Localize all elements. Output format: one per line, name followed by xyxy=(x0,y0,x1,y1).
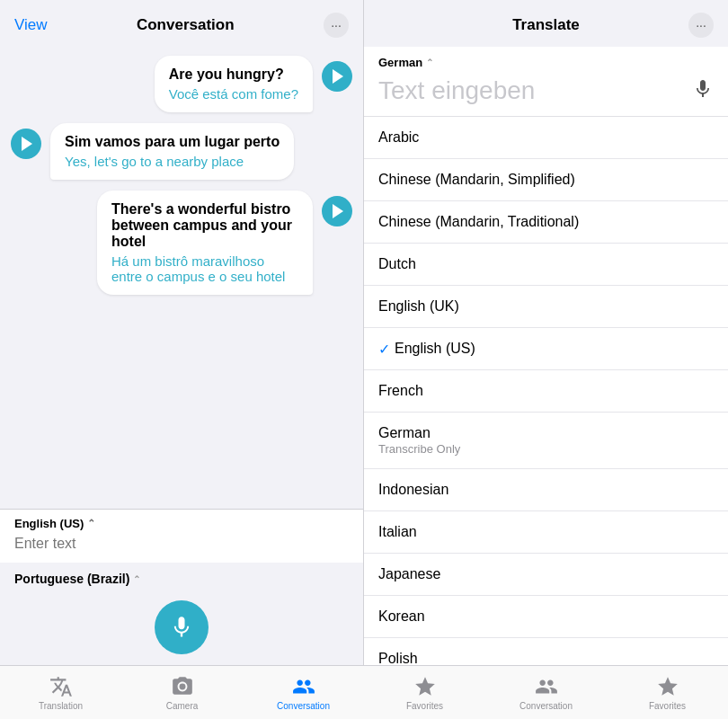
conversation-area: Are you hungry? Você está com fome? Sim … xyxy=(0,47,363,509)
mic-area xyxy=(0,595,363,665)
lang-name-german: German xyxy=(378,425,431,441)
lang-item-chinese-traditional[interactable]: Chinese (Mandarin, Traditional) xyxy=(364,201,728,244)
tab-favorites[interactable]: Favorites xyxy=(364,675,485,711)
bubble-2-translation: Yes, let's go to a nearby place xyxy=(65,154,280,169)
lang-item-italian[interactable]: Italian xyxy=(364,511,728,554)
input-lang-chevron: ⌃ xyxy=(87,518,95,529)
lang-item-indonesian[interactable]: Indonesian xyxy=(364,469,728,511)
bubble-3-original: There's a wonderful bistro between campu… xyxy=(111,201,298,250)
bubble-2-original: Sim vamos para um lugar perto xyxy=(65,134,280,150)
lang-name-polish: Polish xyxy=(378,651,418,665)
tab-translation-label: Translation xyxy=(39,701,83,711)
tab-conversation-right-label: Conversation xyxy=(519,701,573,711)
play-icon-1 xyxy=(333,69,343,84)
lang-item-dutch[interactable]: Dutch xyxy=(364,244,728,286)
left-header: View Conversation ··· xyxy=(0,0,363,47)
lang-item-korean[interactable]: Korean xyxy=(364,596,728,638)
lang-name-indonesian: Indonesian xyxy=(378,482,448,498)
bubble-box-1: Are you hungry? Você está com fome? xyxy=(155,56,313,112)
tab-conversation-label: Conversation xyxy=(277,701,330,711)
left-more-button[interactable]: ··· xyxy=(324,13,349,38)
tab-favorites-label: Favorites xyxy=(406,701,443,711)
translate-lang-chevron: ⌃ xyxy=(426,58,433,67)
bubble-box-3: There's a wonderful bistro between campu… xyxy=(97,191,313,295)
play-button-3[interactable] xyxy=(322,196,352,226)
lang-item-japanese[interactable]: Japanese xyxy=(364,554,728,596)
bottom-lang-chevron: ⌃ xyxy=(133,574,140,584)
translate-mic-icon xyxy=(692,78,714,100)
bubble-1-translation: Você está com fome? xyxy=(169,86,298,102)
lang-name-chinese-traditional: Chinese (Mandarin, Traditional) xyxy=(378,214,579,230)
left-panel: View Conversation ··· Are you hungry? Vo… xyxy=(0,0,364,665)
translate-lang-label: German xyxy=(378,56,422,69)
translate-input-row: Text eingeben xyxy=(378,76,714,105)
input-lang-selector[interactable]: English (US) ⌃ xyxy=(14,517,349,530)
translate-tab-icon xyxy=(49,675,73,698)
bubble-3-translation: Há um bistrô maravilhoso entre o campus … xyxy=(111,253,298,284)
tab-camera-label: Camera xyxy=(166,701,199,711)
lang-name-english-us: English (US) xyxy=(395,341,475,357)
translate-title: Translate xyxy=(512,16,580,34)
translate-mic-button[interactable] xyxy=(692,78,714,103)
mic-button[interactable] xyxy=(155,600,209,654)
lang-name-japanese: Japanese xyxy=(378,566,440,582)
lang-item-chinese-simplified[interactable]: Chinese (Mandarin, Simplified) xyxy=(364,159,728,201)
lang-item-polish[interactable]: Polish xyxy=(364,638,728,665)
bottom-lang-label: Portuguese (Brazil) xyxy=(14,572,129,586)
conversation-tab-icon xyxy=(292,675,315,698)
text-input-area: English (US) ⌃ xyxy=(0,509,363,563)
tab-conversation[interactable]: Conversation xyxy=(243,675,364,711)
right-more-button[interactable]: ··· xyxy=(688,13,714,38)
conversation-right-tab-icon xyxy=(535,675,558,698)
check-mark-english-us: ✓ xyxy=(378,341,390,358)
tab-favorites-right-label: Favorites xyxy=(649,701,686,711)
favorites-tab-icon xyxy=(413,675,437,698)
lang-name-dutch: Dutch xyxy=(378,256,416,272)
play-icon-2 xyxy=(22,137,32,151)
language-dropdown: ArabicChinese (Mandarin, Simplified)Chin… xyxy=(364,117,728,665)
bubble-left-2: Sim vamos para um lugar perto Yes, let's… xyxy=(11,123,316,180)
input-lang-label: English (US) xyxy=(14,517,84,530)
lang-sub-german: Transcribe Only xyxy=(378,442,460,456)
bubble-right-3: There's a wonderful bistro between campu… xyxy=(11,191,352,295)
camera-tab-icon xyxy=(171,675,194,698)
lang-name-chinese-simplified: Chinese (Mandarin, Simplified) xyxy=(378,172,575,188)
tab-conversation-right[interactable]: Conversation xyxy=(485,675,607,711)
lang-name-korean: Korean xyxy=(378,608,425,625)
tab-translation[interactable]: Translation xyxy=(0,675,121,711)
play-button-1[interactable] xyxy=(322,61,352,92)
lang-item-arabic[interactable]: Arabic xyxy=(364,117,728,159)
text-input-field[interactable] xyxy=(14,536,349,552)
conversation-title: Conversation xyxy=(137,16,235,34)
play-button-2[interactable] xyxy=(11,129,41,159)
lang-name-french: French xyxy=(378,383,423,399)
lang-name-english-uk: English (UK) xyxy=(378,298,459,315)
bottom-tabs: Translation Camera Conversation Favorite… xyxy=(0,665,728,719)
tab-camera[interactable]: Camera xyxy=(121,675,243,711)
translate-placeholder[interactable]: Text eingeben xyxy=(378,76,535,105)
lang-name-italian: Italian xyxy=(378,524,417,540)
lang-item-german[interactable]: GermanTranscribe Only xyxy=(364,413,728,469)
lang-item-english-uk[interactable]: English (UK) xyxy=(364,286,728,328)
lang-item-english-us[interactable]: ✓English (US) xyxy=(364,328,728,370)
right-header: Translate ··· xyxy=(364,0,728,47)
right-panel: Translate ··· German ⌃ Text eingeben Ara… xyxy=(364,0,728,665)
bubble-1-original: Are you hungry? xyxy=(169,67,298,83)
tab-favorites-right[interactable]: Favorites xyxy=(607,675,728,711)
view-button[interactable]: View xyxy=(14,16,48,34)
lang-item-french[interactable]: French xyxy=(364,370,728,413)
bubble-box-2: Sim vamos para um lugar perto Yes, let's… xyxy=(50,123,294,180)
translate-lang-selector[interactable]: German ⌃ xyxy=(378,56,714,69)
bubble-right-1: Are you hungry? Você está com fome? xyxy=(11,56,352,112)
favorites-right-tab-icon xyxy=(656,675,679,698)
mic-icon xyxy=(169,615,194,640)
translate-input-area: German ⌃ Text eingeben xyxy=(364,47,728,117)
lang-name-arabic: Arabic xyxy=(378,129,419,146)
play-icon-3 xyxy=(333,204,343,218)
bottom-lang-selector[interactable]: Portuguese (Brazil) ⌃ xyxy=(0,563,363,595)
